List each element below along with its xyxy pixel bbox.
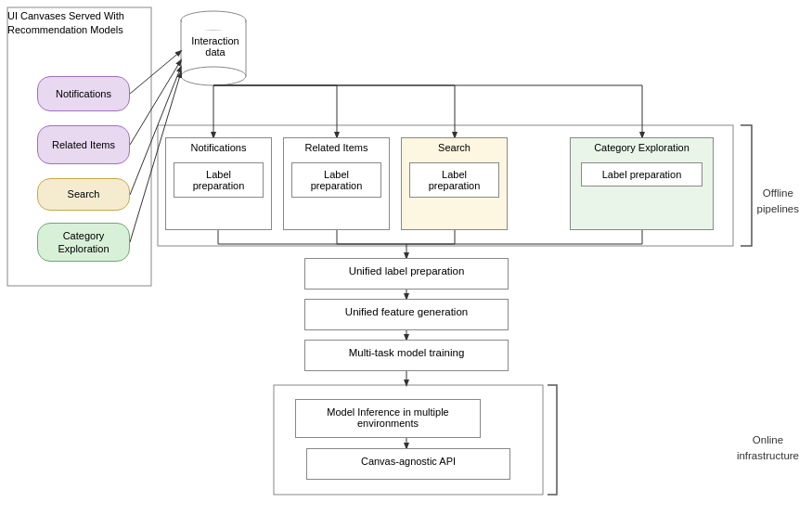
notifications-pipeline: Notifications Label preparation — [165, 137, 272, 230]
notifications-label-prep: Label preparation — [174, 162, 263, 198]
diagram-container: UI Canvases Served With Recommendation M… — [0, 0, 812, 515]
category-exploration-canvas-box: Category Exploration — [37, 223, 130, 262]
search-pipeline-title: Search — [402, 138, 507, 157]
svg-point-3 — [181, 67, 246, 85]
notifications-pipeline-title: Notifications — [166, 138, 271, 157]
category-pipeline-title: Category Exploration — [571, 138, 713, 157]
offline-pipelines-label: Offlinepipelines — [757, 186, 799, 218]
search-pipeline: Search Label preparation — [401, 137, 508, 230]
canvas-api-box: Canvas-agnostic API — [306, 448, 510, 480]
notifications-canvas-box: Notifications — [37, 76, 130, 111]
model-inference-box: Model Inference in multiple environments — [295, 399, 481, 438]
category-pipeline: Category Exploration Label preparation — [570, 137, 714, 230]
svg-rect-4 — [182, 20, 245, 30]
search-canvas-box: Search — [37, 178, 130, 211]
related-items-pipeline-title: Related Items — [284, 138, 389, 157]
search-label-prep: Label preparation — [409, 162, 498, 198]
category-label-prep: Label preparation — [581, 162, 702, 187]
unified-feature-gen-box: Unified feature generation — [304, 299, 509, 330]
ui-title: UI Canvases Served With Recommendation M… — [7, 9, 151, 38]
related-items-pipeline: Related Items Label preparation — [283, 137, 390, 230]
multitask-training-box: Multi-task model training — [304, 340, 509, 371]
interaction-data-label: Interaction data — [182, 35, 249, 58]
related-items-label-prep: Label preparation — [291, 162, 380, 198]
related-items-canvas-box: Related Items — [37, 125, 130, 164]
online-infrastructure-label: Onlineinfrastructure — [737, 432, 799, 465]
unified-label-prep-box: Unified label preparation — [304, 258, 509, 290]
